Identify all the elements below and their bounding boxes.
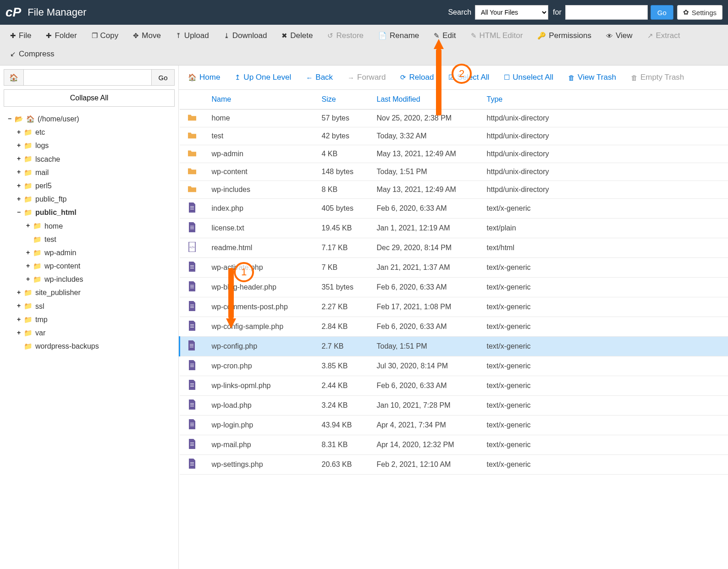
table-row[interactable]: wp-blog-header.php351 bytesFeb 6, 2020, …	[180, 278, 728, 297]
home-button[interactable]: 🏠Home	[181, 68, 227, 87]
icon-column-header[interactable]	[180, 90, 204, 109]
file-size: 148 bytes	[314, 163, 370, 181]
table-row[interactable]: wp-load.php3.24 KBJan 10, 2021, 7:28 PMt…	[180, 396, 728, 416]
table-row[interactable]: wp-content148 bytesToday, 1:51 PMhttpd/u…	[180, 163, 728, 181]
tree-root[interactable]: − 📂 🏠 (/home/user)	[6, 112, 175, 126]
path-input[interactable]	[24, 69, 152, 86]
text-file-icon	[180, 435, 204, 455]
table-row[interactable]: wp-mail.php8.31 KBApr 14, 2020, 12:32 PM…	[180, 435, 728, 455]
tree-item[interactable]: −📁public_html	[16, 206, 175, 219]
file-table-container[interactable]: Name Size Last Modified Type home57 byte…	[179, 90, 728, 569]
edit-button[interactable]: ✎Edit	[427, 27, 462, 44]
html-editor-button[interactable]: ✎HTML Editor	[464, 27, 529, 44]
expander-icon[interactable]: +	[25, 261, 31, 272]
expander-icon[interactable]: +	[16, 194, 22, 205]
delete-button[interactable]: ✖Delete	[275, 27, 319, 44]
expander-icon[interactable]: +	[16, 153, 22, 164]
reload-button[interactable]: ⟳Reload	[393, 68, 441, 87]
search-input[interactable]	[565, 5, 648, 20]
table-row[interactable]: wp-links-opml.php2.44 KBFeb 6, 2020, 6:3…	[180, 376, 728, 396]
expander-icon[interactable]: −	[6, 114, 13, 125]
back-button[interactable]: ←Back	[298, 68, 340, 87]
settings-button[interactable]: ✿ Settings	[677, 5, 722, 20]
name-column-header[interactable]: Name	[204, 90, 314, 109]
expander-icon[interactable]: +	[25, 274, 31, 285]
upload-button[interactable]: ⤒Upload	[169, 27, 215, 44]
extract-button[interactable]: ↗Extract	[641, 27, 687, 44]
tree-item[interactable]: +📁tmp	[16, 313, 175, 326]
expander-icon[interactable]: +	[16, 140, 22, 151]
table-row[interactable]: license.txt19.45 KBJan 1, 2021, 12:19 AM…	[180, 219, 728, 238]
table-row[interactable]: wp-config-sample.php2.84 KBFeb 6, 2020, …	[180, 317, 728, 337]
tree-item[interactable]: 📁test	[25, 233, 175, 246]
upload-icon: ⤒	[176, 32, 182, 40]
compress-button[interactable]: ↙Compress	[4, 46, 61, 62]
download-button[interactable]: ⤓Download	[217, 27, 274, 44]
new-file-button[interactable]: ✚File	[4, 27, 38, 44]
path-home-button[interactable]: 🏠	[4, 69, 24, 86]
table-row[interactable]: test42 bytesToday, 3:32 AMhttpd/unix-dir…	[180, 127, 728, 145]
table-row[interactable]: wp-settings.php20.63 KBFeb 2, 2021, 12:1…	[180, 455, 728, 475]
expander-icon[interactable]: +	[16, 127, 22, 138]
search-scope-select[interactable]: All Your Files	[475, 5, 548, 20]
tree-item[interactable]: +📁var	[16, 326, 175, 339]
tree-item[interactable]: +📁wp-admin	[25, 246, 175, 259]
size-column-header[interactable]: Size	[314, 90, 370, 109]
last-modified-column-header[interactable]: Last Modified	[370, 90, 480, 109]
view-trash-button[interactable]: 🗑View Trash	[561, 68, 623, 87]
expander-icon[interactable]: +	[16, 181, 22, 191]
table-row[interactable]: wp-config.php2.7 KBToday, 1:51 PMtext/x-…	[180, 337, 728, 356]
move-button[interactable]: ✥Move	[127, 27, 167, 44]
tree-item[interactable]: +📁site_publisher	[16, 286, 175, 299]
tree-item[interactable]: +📁logs	[16, 139, 175, 152]
table-row[interactable]: index.php405 bytesFeb 6, 2020, 6:33 AMte…	[180, 199, 728, 219]
tree-item[interactable]: +📁wp-includes	[25, 273, 175, 286]
expander-icon[interactable]: +	[25, 247, 31, 258]
type-column-header[interactable]: Type	[480, 90, 728, 109]
table-row[interactable]: home57 bytesNov 25, 2020, 2:38 PMhttpd/u…	[180, 109, 728, 127]
permissions-button[interactable]: 🔑Permissions	[531, 27, 598, 44]
tree-item[interactable]: +📁ssl	[16, 300, 175, 313]
copy-button[interactable]: ❐Copy	[85, 27, 125, 44]
up-one-level-button[interactable]: ↥Up One Level	[227, 68, 298, 87]
tree-item[interactable]: +📁mail	[16, 166, 175, 179]
tree-item[interactable]: 📁wordpress-backups	[16, 339, 175, 353]
file-type: text/x-generic	[480, 258, 728, 278]
expander-icon[interactable]: −	[16, 207, 22, 218]
select-all-button[interactable]: ☑Select All	[441, 68, 496, 87]
path-go-button[interactable]: Go	[152, 69, 175, 86]
table-row[interactable]: wp-cron.php3.85 KBJul 30, 2020, 8:14 PMt…	[180, 356, 728, 376]
restore-button[interactable]: ↺Restore	[321, 27, 370, 44]
table-row[interactable]: </>readme.html7.17 KBDec 29, 2020, 8:14 …	[180, 238, 728, 258]
expander-icon[interactable]: +	[16, 301, 22, 312]
table-row[interactable]: wp-admin4 KBMay 13, 2021, 12:49 AMhttpd/…	[180, 145, 728, 163]
file-type: httpd/unix-directory	[480, 181, 728, 199]
collapse-all-button[interactable]: Collapse All	[4, 89, 175, 107]
table-row[interactable]: wp-comments-post.php2.27 KBFeb 17, 2021,…	[180, 297, 728, 317]
view-button[interactable]: 👁View	[600, 27, 639, 44]
rename-button[interactable]: 📄Rename	[372, 27, 425, 44]
expander-icon[interactable]: +	[16, 314, 22, 325]
expander-icon[interactable]: +	[16, 328, 22, 339]
tree-item[interactable]: +📁home	[25, 219, 175, 233]
expander-icon[interactable]: +	[25, 220, 31, 231]
table-row[interactable]: wp-activate.php7 KBJan 21, 2021, 1:37 AM…	[180, 258, 728, 278]
table-row[interactable]: wp-login.php43.94 KBApr 4, 2021, 7:34 PM…	[180, 416, 728, 435]
expander-icon[interactable]: +	[16, 287, 22, 298]
expander-icon[interactable]: +	[16, 167, 22, 178]
tree-item[interactable]: +📁wp-content	[25, 259, 175, 273]
new-folder-button[interactable]: ✚Folder	[39, 27, 83, 44]
tree-item[interactable]: +📁perl5	[16, 179, 175, 192]
tree-item[interactable]: +📁public_ftp	[16, 192, 175, 206]
forward-button[interactable]: →Forward	[340, 68, 393, 87]
file-name: wp-includes	[204, 181, 314, 199]
tree-item[interactable]: +📁etc	[16, 126, 175, 139]
file-size: 8.31 KB	[314, 435, 370, 455]
for-label: for	[553, 8, 562, 16]
tree-item[interactable]: +📁lscache	[16, 153, 175, 166]
file-type: httpd/unix-directory	[480, 145, 728, 163]
unselect-all-button[interactable]: ☐Unselect All	[496, 68, 561, 87]
empty-trash-button[interactable]: 🗑Empty Trash	[623, 68, 691, 87]
table-row[interactable]: wp-includes8 KBMay 13, 2021, 12:49 AMhtt…	[180, 181, 728, 199]
search-go-button[interactable]: Go	[651, 5, 673, 20]
